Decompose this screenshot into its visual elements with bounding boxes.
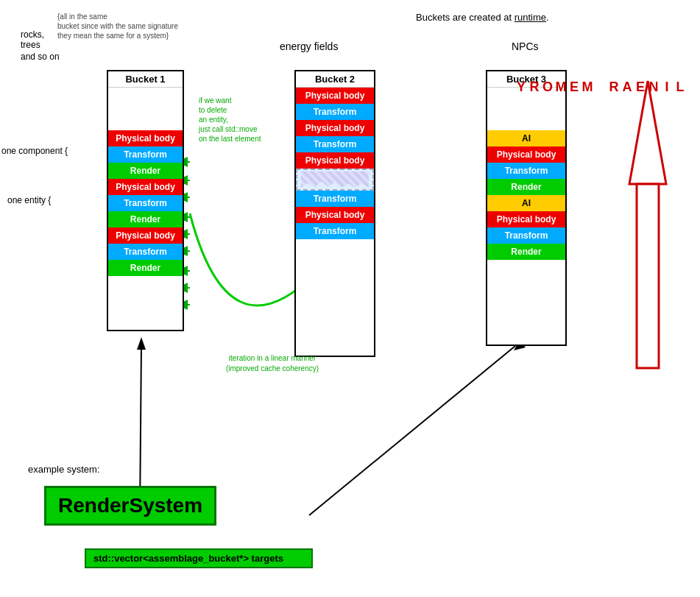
bucket3-pb2: Physical body [487, 211, 565, 227]
bucket3-r2: Render [487, 244, 565, 260]
bucket3-t2: Transform [487, 227, 565, 244]
bucket2-t3: Transform [296, 191, 374, 207]
one-entity-label: one entity { [7, 195, 51, 205]
bucket1-t1: Transform [108, 146, 183, 163]
bucket3-ai1: AI [487, 130, 565, 146]
bucket1-r3: Render [108, 260, 183, 276]
bucket2-t1: Transform [296, 104, 374, 120]
render-system-box: RenderSystem [44, 486, 216, 526]
one-component-label: one component { [1, 146, 68, 156]
svg-rect-1 [637, 184, 659, 368]
svg-marker-0 [629, 81, 666, 184]
npcs-label: NPCs [512, 40, 539, 52]
bucket2-box: Bucket 2 Physical body Transform Physica… [294, 70, 375, 357]
bucket1-title: Bucket 1 [108, 71, 183, 88]
iteration-note: iteration in a linear manner(improved ca… [199, 353, 346, 374]
linear-memory-label: LINEARMEMORY [515, 80, 687, 96]
example-system-label: example system: [28, 464, 100, 475]
bucket1-pb1: Physical body [108, 130, 183, 146]
bucket3-r1: Render [487, 179, 565, 195]
bucket1-r2: Render [108, 211, 183, 227]
bucket2-pb3: Physical body [296, 152, 374, 169]
bucket3-box: Bucket 3 AI Physical body Transform Rend… [486, 70, 567, 346]
bucket1-t2: Transform [108, 195, 183, 211]
delete-note: if we wantto deletean entity,just call s… [199, 96, 287, 144]
bucket1-pb3: Physical body [108, 227, 183, 244]
same-bucket-note: {all in the samebucket since with the sa… [57, 12, 190, 40]
vector-targets-box: std::vector<assemblage_bucket*> targets [85, 548, 313, 568]
bucket1-t3: Transform [108, 244, 183, 260]
bucket3-t1: Transform [487, 163, 565, 179]
energy-fields-label: energy fields [280, 40, 338, 52]
bucket2-title: Bucket 2 [296, 71, 374, 88]
bucket2-t4: Transform [296, 223, 374, 239]
bucket2-pb4: Physical body [296, 207, 374, 223]
bucket3-pb1: Physical body [487, 146, 565, 163]
bucket1-box: Bucket 1 Physical body Transform Render … [107, 70, 184, 331]
and-so-on-label: and so on [21, 52, 60, 62]
rocks-trees-label: rocks,trees [21, 29, 44, 50]
runtime-note: Buckets are created at runtime. [416, 12, 549, 23]
bucket2-pb1: Physical body [296, 88, 374, 104]
bucket1-r1: Render [108, 163, 183, 179]
bucket1-pb2: Physical body [108, 179, 183, 195]
bucket2-pb2: Physical body [296, 120, 374, 136]
bucket3-ai2: AI [487, 195, 565, 211]
bucket2-t2: Transform [296, 136, 374, 152]
svg-marker-22 [137, 337, 146, 350]
